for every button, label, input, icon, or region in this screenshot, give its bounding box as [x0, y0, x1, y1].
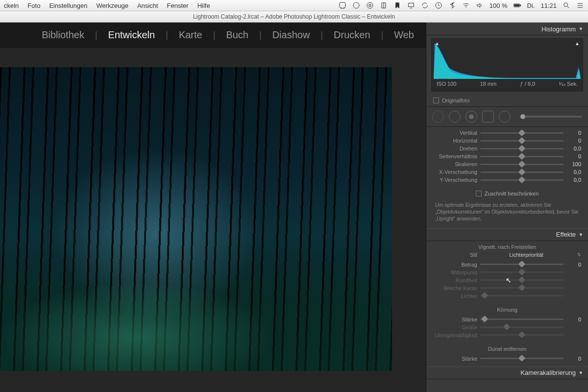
- slider-track[interactable]: [480, 358, 564, 359]
- slider-track[interactable]: [480, 164, 564, 165]
- histo-focal: 18 mm: [480, 81, 497, 87]
- macos-menubar: ckeln Foto Einstellungen Werkzeuge Ansic…: [0, 0, 588, 11]
- slider-row[interactable]: Drehen0,0: [433, 145, 581, 152]
- slider-label: Horizontal: [433, 138, 477, 144]
- spot-tool-icon[interactable]: [449, 111, 461, 122]
- menu-icon[interactable]: [576, 1, 584, 9]
- slider-label: Y-Verschiebung: [433, 177, 477, 183]
- redeye-tool-icon[interactable]: [466, 111, 477, 122]
- vignette-style-row[interactable]: Stil Lichterpriorität ⇅: [426, 251, 588, 259]
- menu-item[interactable]: Werkzeuge: [96, 2, 128, 9]
- checkbox-icon[interactable]: [433, 98, 439, 103]
- slider-label: Lichter: [433, 293, 477, 299]
- book-icon: [380, 1, 388, 9]
- slider-track[interactable]: [480, 334, 564, 336]
- menu-item[interactable]: Einstellungen: [49, 2, 87, 9]
- slider-label: Skalieren: [433, 161, 477, 167]
- chevron-down-icon: ▼: [579, 232, 583, 237]
- slider-track[interactable]: [480, 264, 564, 265]
- slider-value: 0: [566, 317, 581, 322]
- slider-track[interactable]: [480, 179, 564, 181]
- histogram[interactable]: ▲ ▲ ISO 100 18 mm ƒ / 8,0 ¹⁄₁₅ Sek.: [431, 38, 583, 92]
- clock-time: 11:21: [540, 2, 557, 9]
- style-value[interactable]: Lichterpriorität: [477, 252, 575, 258]
- menu-item[interactable]: ckeln: [4, 2, 19, 9]
- slider-row[interactable]: Unregelmäßigkeit: [433, 331, 581, 339]
- gradient-tool-icon[interactable]: [482, 111, 494, 122]
- slider-value: 0: [566, 153, 581, 159]
- histo-aperture: ƒ / 8,0: [520, 81, 536, 87]
- slider-track[interactable]: [480, 326, 564, 328]
- svg-rect-7: [514, 4, 519, 6]
- slider-row[interactable]: Weiche Kante: [433, 284, 581, 292]
- tool-strip: [426, 107, 588, 127]
- svg-point-0: [353, 2, 359, 8]
- panel-calibration-header[interactable]: Kamerakalibrierung▼: [426, 367, 588, 379]
- constrain-crop-row[interactable]: Zuschnitt beschränken: [426, 188, 588, 199]
- window-titlebar: Lightroom Catalog-2.lrcat – Adobe Photos…: [0, 11, 588, 23]
- checkbox-icon[interactable]: [476, 191, 482, 196]
- original-photo-row[interactable]: Originalfoto: [426, 95, 588, 107]
- slider-track[interactable]: [480, 318, 564, 320]
- slider-track[interactable]: [480, 295, 564, 296]
- slider-track[interactable]: [480, 132, 564, 134]
- slider-row[interactable]: Lichter: [433, 292, 581, 300]
- slider-row[interactable]: Y-Verschiebung0,0: [433, 176, 581, 184]
- slider-track[interactable]: [480, 287, 564, 289]
- clock-icon: [435, 1, 442, 9]
- radial-tool-icon[interactable]: [499, 111, 511, 122]
- slider-row[interactable]: Rundheit: [433, 276, 581, 284]
- svg-point-8: [564, 3, 568, 7]
- menu-item[interactable]: Hilfe: [197, 2, 210, 9]
- slider-track[interactable]: [480, 271, 564, 273]
- display-icon: [407, 1, 415, 9]
- tab-diashow[interactable]: Diashow: [270, 29, 313, 41]
- tab-karte[interactable]: Karte: [176, 29, 205, 41]
- slider-value: 0: [566, 130, 581, 136]
- tab-buch[interactable]: Buch: [223, 29, 251, 41]
- menu-item[interactable]: Foto: [27, 2, 40, 9]
- slider-label: Drehen: [433, 146, 477, 151]
- slider-row[interactable]: Skalieren100: [433, 160, 581, 168]
- crop-tool-icon[interactable]: [432, 111, 444, 122]
- menu-item[interactable]: Ansicht: [137, 2, 158, 9]
- preview-image: [0, 67, 392, 371]
- slider-row[interactable]: Horizontal0: [433, 137, 581, 145]
- tab-drucken[interactable]: Drucken: [331, 29, 373, 41]
- menu-item[interactable]: Fenster: [167, 2, 189, 9]
- svg-rect-6: [520, 5, 520, 6]
- slider-row[interactable]: X-Verschiebung0,0: [433, 168, 581, 176]
- slider-row[interactable]: Seitenverhältnis0: [433, 152, 581, 160]
- search-icon[interactable]: [563, 1, 570, 9]
- grain-heading: Körnung: [426, 304, 588, 314]
- chevron-down-icon: ▼: [579, 370, 583, 375]
- dropdown-icon[interactable]: ⇅: [577, 252, 581, 257]
- tab-bibliothek[interactable]: Bibliothek: [39, 29, 87, 41]
- histo-iso: ISO 100: [437, 81, 456, 87]
- slider-track[interactable]: [480, 172, 564, 173]
- script-icon: [339, 1, 346, 9]
- module-picker: Bibliothek| Entwickeln| Karte| Buch| Dia…: [0, 23, 426, 48]
- slider-row[interactable]: Betrag0: [433, 261, 581, 269]
- slider-row[interactable]: Stärke0: [433, 316, 581, 323]
- stop-icon: [366, 1, 374, 9]
- slider-row[interactable]: Mittelpunkt: [433, 269, 581, 276]
- slider-row[interactable]: Stärke0: [433, 355, 581, 363]
- mask-size-slider[interactable]: [519, 116, 582, 118]
- slider-track[interactable]: [480, 140, 564, 142]
- slider-track[interactable]: [480, 156, 564, 157]
- slider-track[interactable]: [480, 279, 564, 281]
- panel-effects-header[interactable]: Effekte▼: [426, 228, 588, 241]
- slider-track[interactable]: [480, 148, 564, 149]
- panel-histogram-header[interactable]: Histogramm▼: [426, 23, 588, 35]
- tab-web[interactable]: Web: [391, 29, 417, 41]
- histo-shutter: ¹⁄₁₅ Sek.: [559, 81, 578, 87]
- image-canvas[interactable]: [0, 48, 426, 392]
- slider-value: 0,0: [566, 177, 581, 183]
- slider-row[interactable]: Vertikal0: [433, 129, 581, 137]
- tab-entwickeln[interactable]: Entwickeln: [105, 29, 158, 41]
- svg-point-1: [367, 2, 373, 8]
- original-photo-label: Originalfoto: [442, 98, 469, 103]
- slider-row[interactable]: Größe: [433, 323, 581, 331]
- slider-label: Seitenverhältnis: [433, 153, 477, 159]
